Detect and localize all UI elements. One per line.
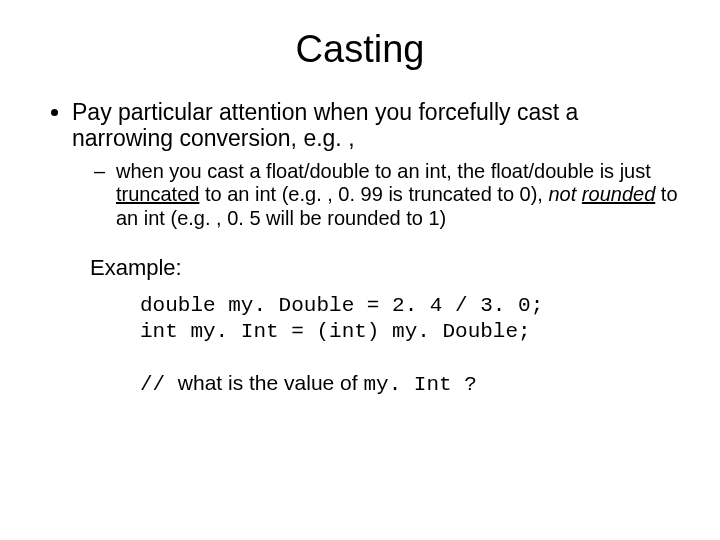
rounded-word: rounded (582, 183, 655, 205)
question-text: what is the value of (178, 371, 364, 394)
comment-prefix: // (140, 373, 178, 396)
slide-title: Casting (40, 28, 680, 71)
question-mark: ? (464, 373, 477, 396)
truncated-word: truncated (116, 183, 199, 205)
question-line: // what is the value of my. Int ? (140, 371, 680, 396)
sub-text: to an int (e. (199, 183, 305, 205)
code-line: double my. Double = 2. 4 / 3. 0; (140, 294, 543, 317)
sub-text: g. , 0. 99 is truncated to 0), (305, 183, 548, 205)
bullet-text: g. , (323, 125, 355, 151)
bullet-item: Pay particular attention when you forcef… (72, 99, 680, 231)
slide: Casting Pay particular attention when yo… (0, 0, 720, 540)
sub-text: g. , 0. 5 will be rounded to 1) (194, 207, 446, 229)
sub-text: when you cast a float/double to an int, … (116, 160, 651, 182)
code-block: double my. Double = 2. 4 / 3. 0; int my.… (140, 293, 680, 346)
question-code: my. Int (363, 373, 464, 396)
sub-bullet-item: when you cast a float/double to an int, … (100, 160, 680, 231)
code-line: int my. Int = (int) my. Double; (140, 320, 531, 343)
bullet-list: Pay particular attention when you forcef… (40, 99, 680, 231)
example-label: Example: (90, 255, 680, 281)
sub-list: when you cast a float/double to an int, … (72, 160, 680, 231)
not-word: not (548, 183, 576, 205)
